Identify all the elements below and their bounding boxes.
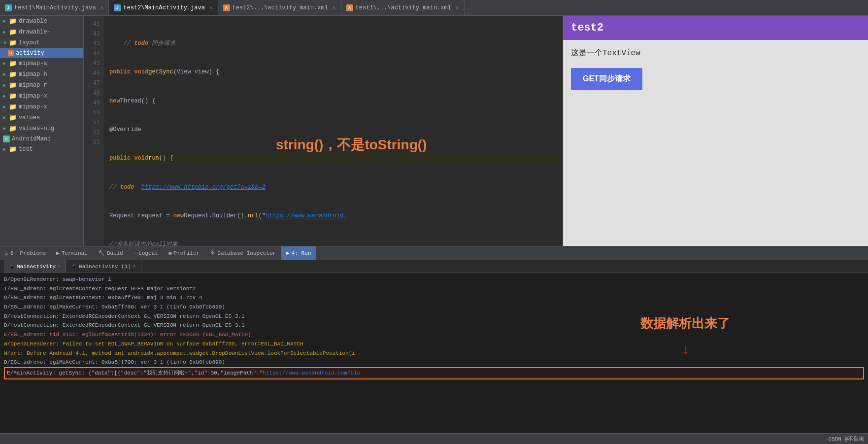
sidebar-item-drawable[interactable]: ► 📁 drawable — [0, 16, 83, 27]
device-icon: 📱 — [71, 264, 77, 270]
app-title-bar: test2 — [563, 16, 868, 40]
sidebar-item-androidmani[interactable]: M AndroidMani — [0, 134, 83, 144]
code-editor[interactable]: 41 42 43 44 45 46 47 48 49 50 51 52 53 — [84, 16, 563, 246]
cn-annotation-overlay: 数据解析出来了 ↓ — [640, 312, 730, 361]
activity-file-icon: a — [8, 50, 14, 56]
sidebar-item-mipmap-a[interactable]: ► 📁 mipmap-a — [0, 58, 83, 69]
bottom-tab-label: 6: Problems — [10, 250, 46, 256]
database-icon: 🗄 — [210, 250, 215, 256]
log-line: D/HostConnection: ExtendedRCEncoderConte… — [4, 321, 864, 330]
folder-icon: 📁 — [9, 114, 17, 122]
project-sidebar: ► 📁 drawable ► 📁 drawable- ► 📁 layout a … — [0, 16, 84, 246]
log-device-tabs: 📱 MainActivity × 📱 MainActivity (1) × — [0, 260, 868, 273]
bottom-tab-label: Database Inspector — [217, 250, 276, 256]
tab-close-icon[interactable]: × — [333, 5, 336, 11]
logcat-icon: ≡ — [134, 250, 137, 256]
code-line-48: //准备好请求的call对象 — [109, 240, 557, 246]
log-line: I/EGL_adreno: eglCreateContext request G… — [4, 284, 864, 294]
string-annotation-overlay: string()，不是toString() — [276, 134, 427, 156]
sidebar-item-mipmap-x2[interactable]: ► 📁 mipmap-x — [0, 102, 83, 112]
tab-close-icon[interactable]: × — [456, 5, 459, 11]
manifest-icon: M — [3, 136, 10, 142]
log-tab-label: MainActivity (1) — [79, 264, 131, 270]
sidebar-item-test[interactable]: ► 📁 test — [0, 144, 83, 155]
log-line: W/art: Before Android 4.1, method int an… — [4, 349, 864, 358]
code-view[interactable]: 41 42 43 44 45 46 47 48 49 50 51 52 53 — [84, 16, 563, 246]
arrow-icon: ► — [3, 94, 6, 99]
bottom-tab-run[interactable]: ▶ 4: Run — [281, 246, 316, 260]
code-text[interactable]: // todo 同步请求 public void getSync(View vi… — [103, 16, 563, 246]
arrow-icon: ► — [3, 61, 6, 67]
tab-test2-mainactivity[interactable]: J test2\MainActivity.java × — [109, 0, 218, 15]
arrow-icon: ► — [3, 30, 6, 35]
sidebar-item-label: test — [19, 146, 33, 153]
sidebar-item-label: layout — [19, 39, 40, 46]
tab-close-icon[interactable]: × — [209, 5, 213, 11]
device-icon: 📱 — [9, 264, 15, 270]
status-bar: CSDN @不良佬 — [0, 433, 868, 444]
tab-test1-activity-main-xml[interactable]: X test1\...\activity_main.xml × — [341, 0, 465, 15]
sidebar-item-mipmap-r[interactable]: ► 📁 mipmap-r — [0, 80, 83, 91]
log-tab-mainactivity[interactable]: 📱 MainActivity × — [4, 260, 66, 273]
folder-icon: 📁 — [9, 145, 17, 153]
bottom-tab-label: 4: Run — [292, 250, 311, 256]
textview-preview: 这是一个TextView — [571, 48, 860, 58]
sidebar-item-label: mipmap-a — [19, 60, 47, 67]
arrow-icon: ► — [3, 19, 6, 24]
log-line: D/OpenGLRenderer: swap-behavior 1 — [4, 275, 864, 284]
tab-test2-activity-main-xml[interactable]: X test2\...\activity_main.xml × — [218, 0, 341, 15]
log-tab-close[interactable]: × — [133, 264, 136, 269]
sidebar-item-mipmap-x1[interactable]: ► 📁 mipmap-x — [0, 91, 83, 102]
sidebar-item-label: mipmap-r — [19, 82, 47, 89]
sidebar-item-mipmap-h[interactable]: ► 📁 mipmap-h — [0, 69, 83, 80]
log-line: D/EGL_adreno: eglCreateContext: 0xba5ff7… — [4, 293, 864, 303]
sidebar-item-label: activity — [16, 50, 44, 57]
tab-label: test2\MainActivity.java — [123, 4, 205, 11]
editor-tabs-bar: J test1\MainActivity.java × J test2\Main… — [0, 0, 868, 16]
arrow-icon: ► — [3, 115, 6, 121]
code-line-44: @Override — [109, 125, 557, 135]
folder-icon: 📁 — [9, 17, 17, 25]
folder-icon: 📁 — [9, 92, 17, 100]
bottom-tab-logcat[interactable]: ≡ Logcat — [129, 246, 164, 260]
code-line-46: // todo https://www.httpbin.org/get?a=1&… — [109, 182, 557, 192]
log-link[interactable]: https://www.wanandroid.com/blo — [263, 370, 360, 376]
log-output[interactable]: D/OpenGLRenderer: swap-behavior 1 I/EGL_… — [0, 273, 868, 433]
folder-icon: 📁 — [9, 81, 17, 89]
bottom-tab-label: Profiler — [174, 250, 200, 256]
sidebar-item-layout[interactable]: ► 📁 layout — [0, 37, 83, 48]
sidebar-item-drawable2[interactable]: ► 📁 drawable- — [0, 27, 83, 37]
log-tab-mainactivity2[interactable]: 📱 MainActivity (1) × — [66, 260, 141, 273]
bottom-tab-profiler[interactable]: ◉ Profiler — [164, 246, 205, 260]
folder-icon: 📁 — [9, 103, 17, 111]
log-tab-label: MainActivity — [17, 264, 56, 270]
bottom-tab-label: Build — [107, 250, 123, 256]
sidebar-item-values-nig[interactable]: ► 📁 values-nig — [0, 123, 83, 134]
terminal-icon: ▶ — [56, 250, 60, 256]
sidebar-item-label: mipmap-x — [19, 93, 47, 100]
arrow-icon: ► — [3, 126, 6, 132]
editor-preview-container: 41 42 43 44 45 46 47 48 49 50 51 52 53 — [84, 16, 868, 246]
bottom-tab-build[interactable]: 🔨 Build — [93, 246, 129, 260]
bottom-tab-database-inspector[interactable]: 🗄 Database Inspector — [205, 246, 281, 260]
arrow-icon: ► — [3, 147, 6, 152]
sidebar-item-values[interactable]: ► 📁 values — [0, 112, 83, 123]
tab-close-icon[interactable]: × — [100, 5, 104, 11]
tab-test1-mainactivity[interactable]: J test1\MainActivity.java × — [0, 0, 109, 15]
bottom-tab-problems[interactable]: ⚠ 6: Problems — [0, 246, 51, 260]
sidebar-item-label: mipmap-x — [19, 103, 47, 110]
sidebar-item-label: drawable- — [19, 29, 51, 35]
log-tab-close[interactable]: × — [58, 264, 61, 269]
sidebar-item-label: mipmap-h — [19, 71, 47, 78]
arrow-icon: ► — [3, 104, 6, 110]
tab-label: test2\...\activity_main.xml — [233, 4, 328, 11]
arrow-icon: ► — [2, 41, 7, 44]
folder-icon: 📁 — [9, 125, 17, 133]
get-sync-button[interactable]: GET同步请求 — [571, 68, 642, 90]
down-arrow: ↓ — [640, 336, 730, 361]
log-line: D/EGL_adreno: eglMakeCurrent: 0xba5ff700… — [4, 303, 864, 312]
xml-file-icon: X — [223, 4, 230, 11]
sidebar-item-activity[interactable]: a activity — [0, 48, 83, 58]
bottom-tab-terminal[interactable]: ▶ Terminal — [51, 246, 93, 260]
bottom-panel-tabs: ⚠ 6: Problems ▶ Terminal 🔨 Build ≡ Logca… — [0, 246, 868, 260]
